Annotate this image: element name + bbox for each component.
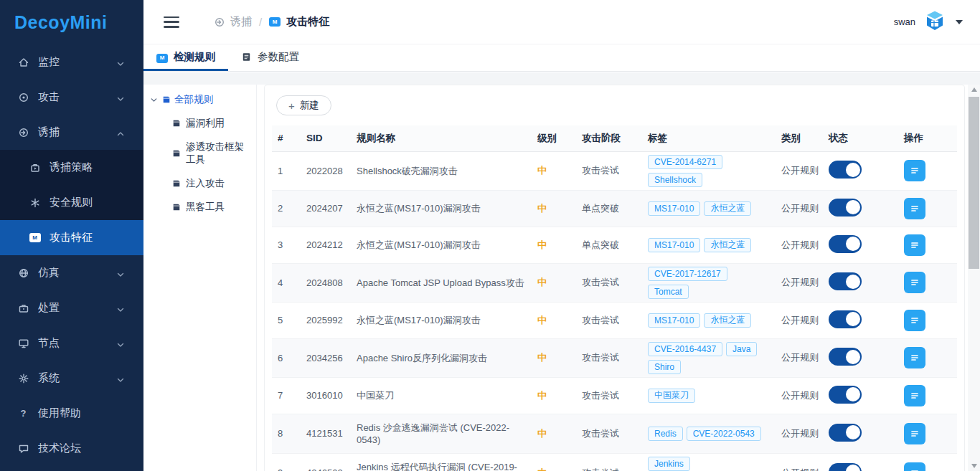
sidebar-item-节点[interactable]: 节点 <box>0 325 143 361</box>
user-menu[interactable]: swan <box>894 9 963 35</box>
plus-icon: + <box>288 100 295 111</box>
sid-cell: 4246502 <box>301 453 351 471</box>
chevron-down-icon <box>149 95 159 105</box>
status-toggle[interactable] <box>829 463 862 471</box>
sidebar-item-技术论坛[interactable]: 技术论坛 <box>0 431 143 466</box>
rule-detail-button[interactable] <box>904 462 925 471</box>
gear-icon <box>17 372 29 384</box>
target-icon <box>17 91 29 103</box>
column-header-状态: 状态 <box>823 125 898 151</box>
sid-cell: 4121531 <box>301 414 351 453</box>
tree-node-黑客工具[interactable]: 黑客工具 <box>172 201 253 214</box>
vertical-scrollbar[interactable] <box>968 85 980 471</box>
rule-name-cell: Shellshock破壳漏洞攻击 <box>351 151 532 190</box>
tag-chip: 永恒之蓝 <box>704 201 751 216</box>
sidebar-item-监控[interactable]: 监控 <box>0 44 143 80</box>
tree-node-漏洞利用[interactable]: 漏洞利用 <box>172 117 253 130</box>
breadcrumb-parent-label: 诱捕 <box>230 15 252 29</box>
chevron-down-icon <box>115 269 123 277</box>
status-toggle[interactable] <box>829 310 862 328</box>
status-cell <box>823 227 898 263</box>
status-toggle[interactable] <box>829 348 862 366</box>
briefcase-icon <box>17 302 29 314</box>
sid-cell: 2034256 <box>301 338 351 377</box>
tag-chip: Shellshock <box>648 173 702 187</box>
sidebar-item-诱捕[interactable]: 诱捕 <box>0 115 143 150</box>
rule-tree-panel: 全部规则 漏洞利用渗透攻击框架工具注入攻击黑客工具 <box>143 85 257 471</box>
rule-detail-button[interactable] <box>904 347 925 368</box>
chevron-down-icon <box>115 93 123 102</box>
main-area: 诱捕 / M 攻击特征 swan M检测规则参数配置 <box>143 0 980 471</box>
status-toggle[interactable] <box>829 235 862 253</box>
operations-cell <box>898 377 957 414</box>
hamburger-menu-icon[interactable] <box>164 16 179 28</box>
table-row: 94246502Jenkins 远程代码执行漏洞 (CVE-2019-10392… <box>272 453 957 471</box>
sidebar-item-仿真[interactable]: 仿真 <box>0 255 143 290</box>
rule-detail-button[interactable] <box>904 423 925 444</box>
tags-cell: RedisCVE-2022-0543 <box>642 414 776 453</box>
sidebar-item-label: 系统 <box>38 371 60 385</box>
tree-root-all-rules[interactable]: 全部规则 <box>149 93 253 106</box>
status-cell <box>823 302 898 338</box>
tag-chip: 永恒之蓝 <box>704 238 751 252</box>
rule-name-cell: Apache Shiro反序列化漏洞攻击 <box>351 338 532 377</box>
tab-检测规则[interactable]: M检测规则 <box>143 44 228 71</box>
rule-detail-button[interactable] <box>904 310 925 331</box>
operations-cell <box>898 263 957 302</box>
table-row: 12022028Shellshock破壳漏洞攻击中攻击尝试CVE-2014-62… <box>272 151 957 190</box>
tag-chip: MS17-010 <box>648 201 700 216</box>
table-row: 32024212永恒之蓝(MS17-010)漏洞攻击中单点突破MS17-010永… <box>272 227 957 263</box>
sidebar-item-安全规则[interactable]: 安全规则 <box>0 185 143 220</box>
sidebar-item-label: 诱捕 <box>38 125 60 139</box>
tags-cell: MS17-010永恒之蓝 <box>642 227 776 263</box>
level-cell: 中 <box>532 263 576 302</box>
capture-icon <box>17 126 29 138</box>
scrollbar-thumb[interactable] <box>969 97 979 269</box>
tags-cell: JenkinsCVE-2019-10392 <box>642 453 776 471</box>
operations-cell <box>898 190 957 227</box>
scrollbar-up-arrow-icon[interactable] <box>968 85 980 95</box>
rule-detail-button[interactable] <box>904 272 925 293</box>
rule-detail-button[interactable] <box>904 385 925 406</box>
sidebar-item-系统[interactable]: 系统 <box>0 361 143 396</box>
column-header-攻击阶段: 攻击阶段 <box>576 125 642 151</box>
tab-参数配置[interactable]: 参数配置 <box>228 44 312 71</box>
level-cell: 中 <box>532 151 576 190</box>
status-toggle[interactable] <box>829 272 862 290</box>
row-index-cell: 7 <box>272 377 301 414</box>
status-toggle[interactable] <box>829 386 862 404</box>
status-toggle[interactable] <box>829 424 862 442</box>
rule-detail-button[interactable] <box>904 160 925 181</box>
home-icon <box>17 56 29 68</box>
sidebar-item-使用帮助[interactable]: ?使用帮助 <box>0 396 143 431</box>
attack-stage-cell: 攻击尝试 <box>576 338 642 377</box>
sidebar-item-攻击[interactable]: 攻击 <box>0 80 143 115</box>
tree-node-label: 漏洞利用 <box>186 117 225 130</box>
sidebar-item-诱捕策略[interactable]: 诱捕策略 <box>0 150 143 185</box>
tree-node-注入攻击[interactable]: 注入攻击 <box>172 177 253 190</box>
new-rule-button[interactable]: + 新建 <box>276 95 331 115</box>
rule-detail-button[interactable] <box>904 198 925 219</box>
table-row: 62034256Apache Shiro反序列化漏洞攻击中攻击尝试CVE-201… <box>272 338 957 377</box>
chevron-down-icon <box>115 339 123 348</box>
column-header-SID: SID <box>301 125 351 151</box>
tree-node-渗透攻击框架工具[interactable]: 渗透攻击框架工具 <box>172 141 253 166</box>
tag-chip: CVE-2017-12617 <box>648 267 727 281</box>
tab-label: 检测规则 <box>174 50 215 64</box>
sidebar-item-攻击特征[interactable]: M攻击特征 <box>0 220 143 255</box>
level-cell: 中 <box>532 338 576 377</box>
sidebar-item-处置[interactable]: 处置 <box>0 290 143 325</box>
rule-detail-button[interactable] <box>904 234 925 256</box>
row-index-cell: 1 <box>272 151 301 190</box>
category-cell: 公开规则 <box>776 227 823 263</box>
rules-folder-icon <box>172 119 181 128</box>
breadcrumb-parent[interactable]: 诱捕 <box>214 15 252 29</box>
row-index-cell: 6 <box>272 338 301 377</box>
avatar <box>922 9 948 35</box>
status-toggle[interactable] <box>829 161 862 179</box>
scrollbar-down-arrow-icon[interactable] <box>968 461 980 471</box>
sidebar-item-label: 使用帮助 <box>38 406 81 420</box>
status-cell <box>823 453 898 471</box>
sid-cell: 2024808 <box>301 263 351 302</box>
status-toggle[interactable] <box>829 199 862 217</box>
